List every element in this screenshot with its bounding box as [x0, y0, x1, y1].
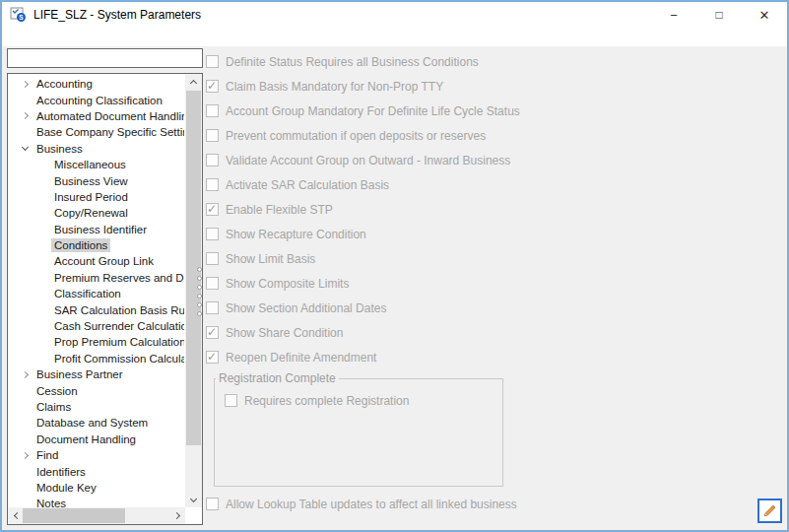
parameter-row: Validate Account Group on Outward - Inwa…	[206, 148, 520, 172]
close-button[interactable]: ✕	[742, 2, 787, 28]
tree-item[interactable]: Account Group Link	[8, 253, 184, 269]
checkbox[interactable]	[206, 351, 219, 364]
scroll-up-button[interactable]	[185, 74, 202, 90]
parameter-row: Show Recapture Condition	[206, 222, 520, 246]
checkbox[interactable]	[206, 498, 219, 510]
tree-item-label: Base Company Specific Settings	[33, 125, 184, 139]
checkbox[interactable]	[206, 277, 219, 290]
tree-item-label: Insured Period	[51, 190, 131, 204]
tree-item[interactable]: Find	[8, 447, 184, 463]
checkbox-label: Requires complete Registration	[244, 394, 409, 408]
checkbox-label: Show Share Condition	[226, 326, 343, 340]
tree-item[interactable]: Profit Commission Calculation Rule	[8, 351, 184, 366]
tree-item-label: Module Key	[33, 481, 99, 495]
app-icon: S	[10, 7, 28, 23]
parameter-row: Activate SAR Calculation Basis	[206, 172, 520, 197]
tree-item[interactable]: Automated Document Handling	[8, 108, 184, 124]
checkbox-label: Enable Flexible STP	[226, 203, 333, 217]
tree-item[interactable]: Business Identifier	[8, 222, 184, 237]
tree-item-label: Miscellaneous	[51, 158, 129, 171]
splitter-handle[interactable]	[195, 267, 204, 318]
checkbox-label: Account Group Mandatory For Definite Lif…	[226, 104, 520, 118]
tree-rows: Accounting Accounting Classification Aut…	[8, 76, 184, 507]
expander-icon[interactable]	[18, 113, 33, 118]
parameter-row: Definite Status Requires all Business Co…	[206, 49, 520, 74]
checkbox-label: Activate SAR Calculation Basis	[226, 178, 389, 192]
checkbox[interactable]	[206, 154, 219, 166]
parameter-row: Show Share Condition	[206, 320, 520, 345]
tree-item[interactable]: Document Handling	[8, 432, 184, 447]
checkbox[interactable]	[206, 104, 219, 117]
horizontal-scroll-thumb[interactable]	[23, 508, 125, 523]
tree-item-label: Premium Reserves and Deposit C	[51, 271, 184, 285]
scroll-right-button[interactable]	[169, 507, 185, 524]
minimize-button[interactable]: −	[651, 2, 696, 28]
expander-icon[interactable]	[18, 82, 33, 87]
tree-item[interactable]: Business Partner	[8, 366, 184, 382]
expander-icon[interactable]	[18, 147, 33, 150]
scroll-down-button[interactable]	[185, 492, 202, 507]
checkbox[interactable]	[206, 129, 219, 142]
registration-complete-group: Registration Complete Requires complete …	[214, 378, 503, 487]
tree-item-label: Business View	[51, 174, 131, 188]
tree-item[interactable]: Cash Surrender Calculation Rule	[8, 318, 184, 334]
tree-item[interactable]: Identifiers	[8, 463, 184, 479]
svg-text:S: S	[19, 14, 24, 21]
checkbox[interactable]	[206, 80, 219, 93]
scroll-left-button[interactable]	[8, 507, 24, 524]
checkbox[interactable]	[206, 178, 219, 191]
expander-icon[interactable]	[18, 453, 33, 458]
tree-horizontal-scrollbar[interactable]	[8, 507, 185, 524]
tree-item[interactable]: Business View	[8, 172, 184, 188]
tree-item[interactable]: Miscellaneous	[8, 157, 184, 172]
checkbox[interactable]	[206, 301, 219, 314]
checkbox[interactable]	[206, 252, 219, 265]
chevron-right-icon	[172, 512, 179, 519]
checkbox[interactable]	[206, 228, 219, 240]
tree-item[interactable]: Claims	[8, 399, 184, 415]
tree-item[interactable]: Cession	[8, 382, 184, 398]
tree-item-label: Profit Commission Calculation Rule	[51, 352, 184, 366]
parameter-row: Allow Lookup Table updates to affect all…	[206, 492, 517, 516]
chevron-left-icon	[13, 512, 20, 519]
tree-item-label: Business	[33, 142, 86, 156]
tree-item-label: Conditions	[51, 238, 110, 252]
parameter-row: Show Limit Basis	[206, 246, 520, 271]
tree-item[interactable]: Conditions	[8, 237, 184, 253]
parameter-checkbox-list: Definite Status Requires all Business Co…	[206, 49, 520, 369]
tree-item[interactable]: Premium Reserves and Deposit C	[8, 270, 184, 286]
tree-item[interactable]: Database and System	[8, 415, 184, 431]
expander-icon[interactable]	[18, 372, 33, 377]
tree-item-label: Claims	[33, 400, 74, 414]
tree-item[interactable]: Module Key	[8, 480, 184, 496]
checkbox[interactable]	[206, 55, 219, 68]
checkbox[interactable]	[225, 394, 237, 407]
title-bar: S LIFE_SLZ - System Parameters − □ ✕	[2, 2, 787, 28]
tree-item[interactable]: Prop Premium Calculation Rule	[8, 334, 184, 350]
tree-item[interactable]: Accounting Classification	[8, 92, 184, 107]
tree-item[interactable]: Classification	[8, 286, 184, 301]
tree-filter-input[interactable]	[7, 48, 203, 68]
system-parameters-window: S LIFE_SLZ - System Parameters − □ ✕ Acc…	[0, 0, 789, 532]
parameter-row: Show Composite Limits	[206, 271, 520, 296]
checkbox-label: Claim Basis Mandatory for Non-Prop TTY	[226, 80, 443, 94]
pencil-icon	[762, 503, 777, 518]
checkbox[interactable]	[206, 326, 219, 339]
tree-item[interactable]: Base Company Specific Settings	[8, 124, 184, 140]
edit-button[interactable]	[757, 499, 782, 523]
tree-item-label: Notes	[33, 497, 69, 507]
tree-item[interactable]: Notes	[8, 496, 184, 507]
checkbox[interactable]	[206, 203, 219, 216]
tree-item-label: Cession	[33, 384, 81, 398]
tree-item-label: Accounting Classification	[33, 94, 165, 107]
tree-item-label: Business Identifier	[51, 223, 150, 236]
tree-item[interactable]: Accounting	[8, 76, 184, 92]
parameter-row: Reopen Definite Amendment	[206, 345, 520, 369]
tree-item[interactable]: Copy/Renewal	[8, 205, 184, 221]
maximize-button[interactable]: □	[696, 2, 742, 28]
chevron-down-icon	[190, 495, 197, 501]
checkbox-label: Prevent commutation if open deposits or …	[226, 129, 486, 143]
tree-item[interactable]: Insured Period	[8, 189, 184, 205]
tree-item[interactable]: Business	[8, 141, 184, 157]
tree-item[interactable]: SAR Calculation Basis Rule	[8, 301, 184, 317]
